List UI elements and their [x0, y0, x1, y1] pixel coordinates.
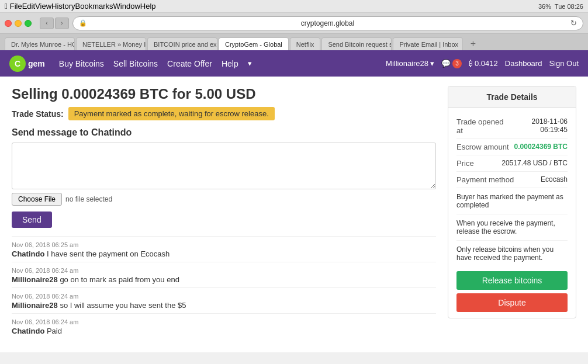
message-3: Nov 06, 2018 06:24 am Millionaire28 so I…	[12, 287, 436, 312]
tab-3-active[interactable]: CryptoGem - Global	[219, 37, 289, 50]
escrow-value: 0.00024369 BTC	[514, 143, 568, 151]
msg-4-content: Chatindo Paid	[12, 327, 436, 335]
msg-3-content: Millionaire28 so I will assume you have …	[12, 301, 436, 310]
logo-circle: C	[9, 56, 26, 72]
lock-icon: 🔒	[79, 19, 87, 27]
refresh-button[interactable]: ↻	[570, 19, 577, 27]
os-menu-edit[interactable]: Edit	[22, 2, 35, 11]
nav-balance[interactable]: ₿ 0.0412	[469, 59, 498, 68]
msg-2-content: Millionaire28 go on to mark as paid from…	[12, 275, 436, 284]
trade-opened-row: Trade opened at 2018-11-06 06:19:45	[456, 114, 568, 139]
nav-buttons: ‹ ›	[40, 18, 69, 29]
file-label: no file selected	[65, 195, 112, 203]
page: C gem Buy Bitcoins Sell Bitcoins Create …	[0, 50, 588, 352]
msg-1-time: Nov 06, 2018 06:25 am	[12, 241, 436, 248]
msg-4-time: Nov 06, 2018 06:24 am	[12, 318, 436, 325]
tab-4[interactable]: Netflix	[290, 37, 321, 50]
msg-4-author: Chatindo	[12, 327, 44, 335]
address-bar[interactable]: 🔒 cryptogem.global ↻	[72, 16, 583, 30]
chat-badge: 3	[452, 59, 462, 68]
msg-3-author: Millionaire28	[12, 301, 58, 310]
message-1: Nov 06, 2018 06:25 am Chatindo I have se…	[12, 236, 436, 261]
payment-method-row: Payment method Ecocash	[456, 172, 568, 188]
tab-5[interactable]: Send Bitcoin request su...	[321, 37, 392, 50]
left-panel: Selling 0.00024369 BTC for 5.00 USD Trad…	[12, 86, 436, 343]
nav-help[interactable]: Help	[222, 59, 238, 68]
trade-info-2: When you receive the payment, release th…	[456, 214, 568, 241]
new-tab-button[interactable]: +	[466, 37, 479, 50]
release-bitcoins-button[interactable]: Release bitcoins	[456, 271, 568, 290]
tab-0[interactable]: Dr. Myles Munroe - HOW...	[5, 37, 75, 50]
window-close-button[interactable]	[5, 20, 12, 27]
right-panel: Trade Details Trade opened at 2018-11-06…	[448, 86, 576, 343]
trade-info-1: Buyer has marked the payment as complete…	[456, 188, 568, 214]
msg-2-author: Millionaire28	[12, 275, 58, 284]
send-button[interactable]: Send	[12, 212, 52, 228]
nav-buy-bitcoins[interactable]: Buy Bitcoins	[59, 59, 104, 68]
nav-dashboard[interactable]: Dashboard	[505, 59, 542, 68]
logo-gem-text: gem	[28, 59, 45, 68]
nav-user[interactable]: Millionaire28 ▾	[386, 59, 434, 68]
url-text: cryptogem.global	[91, 19, 565, 27]
tab-6[interactable]: Private Email | Inbox	[393, 37, 463, 50]
price-value: 20517.48 USD / BTC	[501, 159, 568, 168]
escrow-label: Escrow amount	[456, 143, 509, 151]
nav-chat[interactable]: 💬 3	[441, 59, 462, 68]
msg-3-time: Nov 06, 2018 06:24 am	[12, 293, 436, 300]
nav-create-offer[interactable]: Create Offer	[167, 59, 212, 68]
forward-button[interactable]: ›	[55, 18, 69, 29]
nav-signout[interactable]: Sign Out	[549, 59, 579, 68]
os-menu-bookmarks[interactable]: Bookmarks	[75, 2, 113, 11]
msg-1-content: Chatindo I have sent the payment on Ecoc…	[12, 249, 436, 258]
os-menu-help[interactable]: Help	[140, 2, 156, 11]
messages-list: Nov 06, 2018 06:25 am Chatindo I have se…	[12, 236, 436, 338]
nav-sell-bitcoins[interactable]: Sell Bitcoins	[113, 59, 158, 68]
msg-1-author: Chatindo	[12, 249, 44, 258]
trade-details-body: Trade opened at 2018-11-06 06:19:45 Escr…	[448, 108, 576, 318]
window-maximize-button[interactable]	[25, 20, 32, 27]
trade-status-label: Trade Status:	[12, 109, 64, 119]
message-2: Nov 06, 2018 06:24 am Millionaire28 go o…	[12, 262, 436, 286]
payment-method-label: Payment method	[456, 175, 514, 184]
back-button[interactable]: ‹	[40, 18, 54, 29]
payment-method-value: Ecocash	[541, 175, 568, 184]
browser-chrome: ‹ › 🔒 cryptogem.global ↻ Dr. Myles Munro…	[0, 13, 588, 50]
nav-links: Buy Bitcoins Sell Bitcoins Create Offer …	[59, 59, 252, 68]
apple-icon: 	[5, 2, 8, 11]
trade-status-row: Trade Status: Payment marked as complete…	[12, 107, 436, 120]
os-menu-file[interactable]: File	[10, 2, 22, 11]
escrow-row: Escrow amount 0.00024369 BTC	[456, 139, 568, 155]
os-menu-history[interactable]: History	[51, 2, 75, 11]
price-label: Price	[456, 159, 474, 168]
os-menu-window[interactable]: Window	[113, 2, 140, 11]
trade-details-header: Trade Details	[448, 86, 576, 108]
page-title: Selling 0.00024369 BTC for 5.00 USD	[12, 86, 436, 102]
browser-tabs: Dr. Myles Munroe - HOW... NETELLER » Mon…	[0, 34, 588, 50]
window-minimize-button[interactable]	[15, 20, 22, 27]
trade-details-box: Trade Details Trade opened at 2018-11-06…	[448, 86, 576, 318]
chat-icon: 💬	[441, 59, 451, 68]
trade-opened-value: 2018-11-06 06:19:45	[507, 117, 568, 135]
os-menubar:  File Edit View History Bookmarks Windo…	[0, 0, 588, 13]
logo-c-letter: C	[15, 59, 20, 68]
file-row: Choose File no file selected	[12, 193, 436, 206]
message-textarea[interactable]	[12, 143, 436, 189]
nav-right: Millionaire28 ▾ 💬 3 ₿ 0.0412 Dashboard S…	[386, 59, 579, 68]
site-nav: C gem Buy Bitcoins Sell Bitcoins Create …	[0, 50, 588, 77]
dispute-button[interactable]: Dispute	[456, 293, 568, 312]
btc-icon: ₿	[469, 59, 473, 68]
tab-1[interactable]: NETELLER » Money In	[76, 37, 146, 50]
price-row: Price 20517.48 USD / BTC	[456, 155, 568, 172]
user-chevron-icon: ▾	[430, 59, 434, 68]
message-4: Nov 06, 2018 06:24 am Chatindo Paid	[12, 313, 436, 338]
help-chevron-icon: ▾	[248, 59, 252, 68]
os-time: 36% Tue 08:26	[538, 3, 583, 10]
choose-file-button[interactable]: Choose File	[12, 193, 62, 206]
logo: C gem	[9, 56, 45, 72]
trade-opened-label: Trade opened at	[456, 117, 507, 135]
browser-toolbar: ‹ › 🔒 cryptogem.global ↻	[0, 13, 588, 34]
os-menu-view[interactable]: View	[35, 2, 51, 11]
tab-2[interactable]: BITCOIN price and excha...	[147, 37, 217, 50]
msg-3-text: so I will assume you have sent the $5	[60, 301, 186, 310]
trade-info-3: Only release bitcoins when you have rece…	[456, 241, 568, 266]
